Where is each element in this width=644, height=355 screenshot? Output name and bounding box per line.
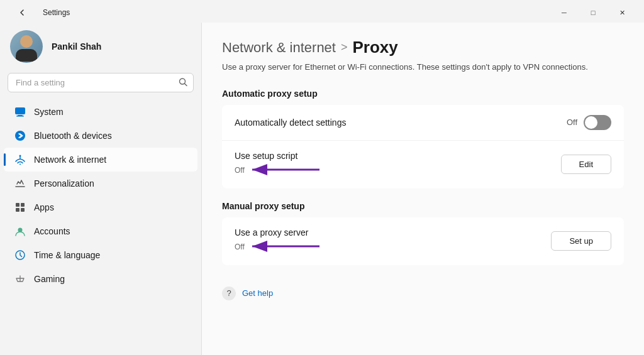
nav-label-network: Network & internet (34, 155, 106, 165)
get-help-row: ? Get help (222, 278, 624, 300)
window-controls: ─ □ ✕ (550, 4, 636, 21)
setup-button[interactable]: Set up (551, 231, 611, 251)
purple-arrow-1 (247, 161, 323, 178)
svg-rect-9 (21, 203, 25, 207)
manual-section-title: Manual proxy setup (222, 201, 624, 211)
proxy-server-sublabel: Off (235, 243, 245, 251)
time-icon (14, 249, 26, 261)
nav-bluetooth[interactable]: Bluetooth & devices (4, 124, 197, 148)
system-icon (14, 106, 26, 118)
nav-label-time: Time & language (34, 250, 100, 260)
proxy-server-text: Use a proxy server Off (235, 227, 323, 255)
nav-time[interactable]: Time & language (4, 243, 197, 267)
nav-personalization[interactable]: Personalization (4, 172, 197, 195)
content-area: Network & internet > Proxy Use a proxy s… (202, 23, 644, 355)
nav-label-apps: Apps (34, 202, 54, 212)
svg-rect-11 (21, 208, 25, 212)
svg-rect-2 (15, 107, 25, 114)
avatar (10, 30, 43, 63)
setup-script-sublabel: Off (235, 166, 245, 175)
network-icon (14, 153, 26, 166)
toggle-thumb (585, 116, 597, 129)
page-description: Use a proxy server for Ethernet or Wi-Fi… (222, 61, 624, 74)
close-button[interactable]: ✕ (608, 4, 636, 21)
gaming-icon (14, 273, 26, 285)
nav-label-system: System (34, 107, 64, 117)
user-section: Pankil Shah (0, 23, 201, 73)
search-box (8, 73, 194, 92)
search-input[interactable] (8, 73, 194, 92)
nav-network[interactable]: Network & internet (4, 148, 197, 172)
automatic-section: Automatic proxy setup Automatically dete… (222, 89, 624, 188)
auto-detect-toggle-wrap: Off (567, 115, 611, 130)
maximize-button[interactable]: □ (579, 4, 608, 21)
manual-section: Manual proxy setup Use a proxy server Of… (222, 201, 624, 265)
breadcrumb-current: Proxy (352, 38, 397, 57)
auto-detect-row: Automatically detect settings Off (222, 105, 624, 141)
nav-label-accounts: Accounts (34, 226, 70, 236)
edit-button[interactable]: Edit (561, 155, 611, 174)
user-name: Pankil Shah (52, 41, 101, 52)
nav-label-gaming: Gaming (34, 274, 65, 284)
breadcrumb-parent[interactable]: Network & internet (222, 40, 336, 56)
breadcrumb: Network & internet > Proxy (222, 38, 624, 57)
setup-script-row: Use setup script Off (222, 141, 624, 188)
breadcrumb-separator: > (341, 41, 348, 54)
get-help-icon: ? (222, 287, 236, 300)
svg-rect-8 (16, 203, 19, 207)
nav-accounts[interactable]: Accounts (4, 219, 197, 243)
personalization-icon (14, 177, 26, 190)
setup-script-text: Use setup script Off (235, 151, 323, 178)
svg-rect-4 (16, 116, 24, 117)
nav-system[interactable]: System (4, 100, 197, 124)
svg-line-1 (185, 84, 187, 86)
svg-point-5 (15, 131, 25, 141)
automatic-section-title: Automatic proxy setup (222, 89, 624, 99)
search-icon (179, 77, 187, 88)
setup-script-label: Use setup script (235, 151, 323, 161)
accounts-icon (14, 225, 26, 238)
auto-detect-label: Automatically detect settings (235, 117, 346, 128)
svg-point-6 (19, 164, 21, 165)
apps-icon (14, 201, 26, 214)
svg-point-7 (19, 155, 21, 157)
nav-label-personalization: Personalization (34, 178, 94, 188)
nav-apps[interactable]: Apps (4, 195, 197, 219)
nav-label-bluetooth: Bluetooth & devices (34, 131, 112, 141)
titlebar: Settings ─ □ ✕ (0, 0, 644, 23)
auto-detect-toggle-label: Off (567, 117, 577, 127)
auto-detect-toggle[interactable] (584, 115, 611, 130)
proxy-server-row: Use a proxy server Off (222, 217, 624, 265)
manual-card: Use a proxy server Off (222, 217, 624, 265)
back-button[interactable] (8, 4, 36, 21)
automatic-card: Automatically detect settings Off Use se… (222, 105, 624, 188)
svg-rect-10 (16, 208, 19, 212)
purple-arrow-2 (247, 238, 323, 255)
bluetooth-icon (14, 129, 26, 142)
titlebar-left: Settings (8, 4, 70, 21)
sidebar: Pankil Shah System (0, 23, 201, 355)
window-title: Settings (43, 8, 70, 17)
minimize-button[interactable]: ─ (550, 4, 579, 21)
proxy-server-label: Use a proxy server (235, 227, 323, 238)
get-help-link[interactable]: Get help (242, 288, 273, 298)
nav-gaming[interactable]: Gaming (4, 267, 197, 291)
